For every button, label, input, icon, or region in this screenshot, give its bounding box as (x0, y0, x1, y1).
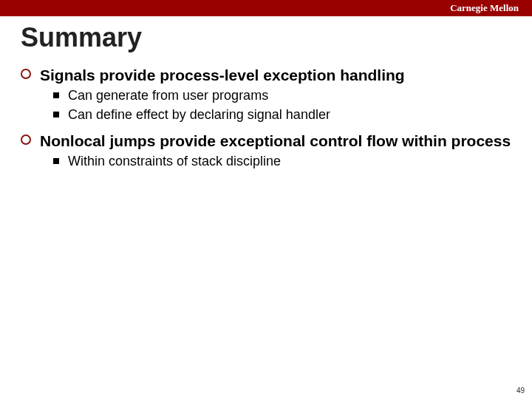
square-bullet-icon (53, 92, 59, 98)
sub-bullet-item: Within constraints of stack discipline (53, 152, 511, 170)
page-number: 49 (516, 386, 525, 395)
sub-bullet-group: Within constraints of stack discipline (21, 152, 511, 170)
sub-bullet-item: Can define effect by declaring signal ha… (53, 106, 511, 123)
sub-bullet-item: Can generate from user programs (53, 86, 511, 104)
bullet-text: Signals provide process-level exception … (40, 65, 405, 85)
bullet-item: Signals provide process-level exception … (21, 65, 511, 85)
square-bullet-icon (53, 112, 59, 117)
sub-bullet-text: Within constraints of stack discipline (68, 152, 281, 170)
header-bar: Carnegie Mellon (0, 0, 532, 16)
bullet-item: Nonlocal jumps provide exceptional contr… (21, 131, 511, 151)
bullet-text: Nonlocal jumps provide exceptional contr… (40, 131, 511, 151)
circle-bullet-icon (21, 69, 31, 79)
brand-label: Carnegie Mellon (450, 2, 519, 14)
circle-bullet-icon (21, 134, 31, 145)
sub-bullet-text: Can define effect by declaring signal ha… (68, 106, 330, 123)
square-bullet-icon (53, 158, 59, 164)
sub-bullet-group: Can generate from user programs Can defi… (21, 86, 511, 123)
sub-bullet-text: Can generate from user programs (68, 86, 268, 104)
slide-title: Summary (21, 22, 511, 53)
slide-body: Summary Signals provide process-level ex… (0, 16, 532, 170)
